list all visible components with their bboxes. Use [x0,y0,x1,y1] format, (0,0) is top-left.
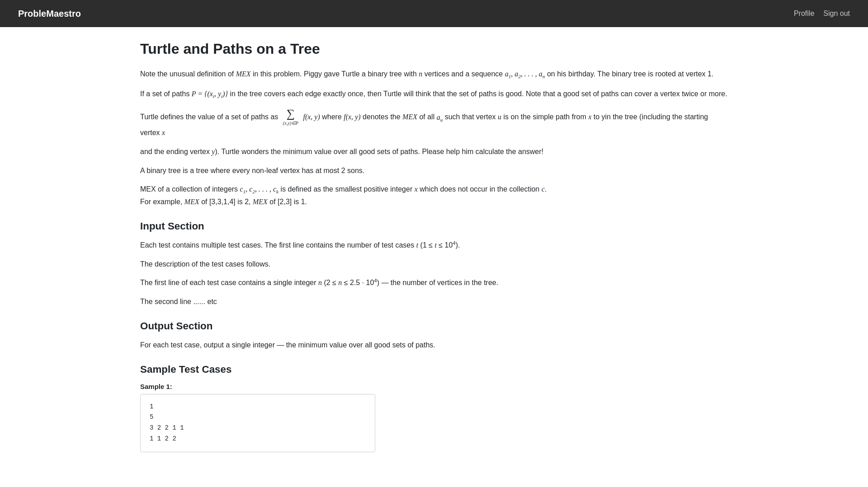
input-paragraph-2: The description of the test cases follow… [140,258,728,270]
sample-line-1: 1 [150,402,366,412]
sample-1-box: 1 5 3 2 2 1 1 1 1 2 2 [140,394,375,452]
sample-test-cases-title: Sample Test Cases [140,364,728,375]
output-paragraph-1: For each test case, output a single inte… [140,339,728,351]
input-section-title: Input Section [140,220,728,232]
sample-line-2: 5 [150,412,366,423]
navbar: ProbleMaestro Profile Sign out [0,0,868,27]
paragraph-3b: and the ending vertex y). Turtle wonders… [140,146,728,158]
sum-expression: ∑ (x,y)∈P [283,108,298,127]
paragraph-5: MEX of a collection of integers c1, c2, … [140,183,728,208]
nav-brand[interactable]: ProbleMaestro [18,9,81,19]
input-paragraph-1: Each test contains multiple test cases. … [140,239,728,251]
profile-link[interactable]: Profile [794,9,814,18]
output-section-title: Output Section [140,320,728,332]
sample-1-container: Sample 1: 1 5 3 2 2 1 1 1 1 2 2 [140,383,728,452]
sample-1-label: Sample 1: [140,383,728,390]
sample-line-4: 1 1 2 2 [150,434,366,445]
paragraph-4: A binary tree is a tree where every non-… [140,165,728,177]
math-mex-1: MEX [236,70,251,78]
main-content: Turtle and Paths on a Tree Note the unus… [127,27,741,466]
paragraph-1: Note the unusual definition of MEX in th… [140,68,728,81]
signout-link[interactable]: Sign out [823,9,850,18]
page-title: Turtle and Paths on a Tree [140,41,728,57]
input-paragraph-3: The first line of each test case contain… [140,277,728,289]
sample-line-3: 3 2 2 1 1 [150,423,366,434]
nav-links: Profile Sign out [794,9,850,18]
paragraph-2: If a set of paths P = {(xi, yi)} in the … [140,88,728,101]
paragraph-3: Turtle defines the value of a set of pat… [140,108,728,139]
input-paragraph-4: The second line ...... etc [140,296,728,308]
